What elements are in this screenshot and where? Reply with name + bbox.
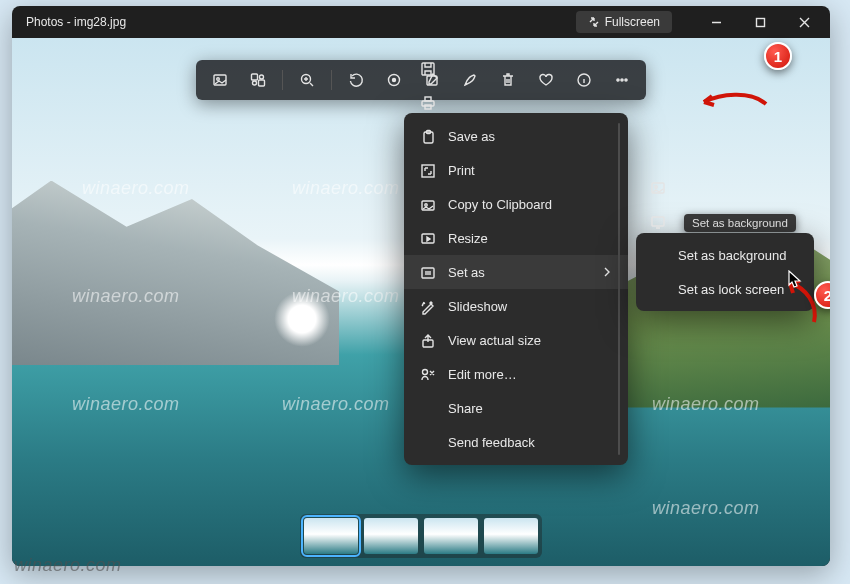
content-area: winaero.com winaero.com winaero.com wina… [12,38,830,566]
thumbnail[interactable] [484,518,538,554]
menu-save-as[interactable]: Save as [404,119,628,153]
svg-rect-21 [422,165,434,177]
feedback-icon [420,434,436,450]
menu-share[interactable]: Share [404,391,628,425]
menu-item-label: Save as [448,129,495,144]
tooltip: Set as background [684,214,796,232]
close-button[interactable] [782,6,826,38]
lockscreen-icon [650,281,666,297]
menu-set-as[interactable]: Set as [404,255,628,289]
menu-item-label: Set as [448,265,485,280]
svg-rect-30 [652,217,664,226]
menu-actual-size[interactable]: View actual size [404,323,628,357]
app-title: Photos - img28.jpg [26,15,126,29]
filmstrip [300,514,542,558]
delete-button[interactable] [490,62,526,98]
delete-icon [500,72,516,88]
svg-rect-15 [422,63,434,75]
svg-point-27 [423,370,428,375]
svg-point-6 [253,81,257,85]
minimize-button[interactable] [694,6,738,38]
svg-rect-17 [425,97,431,101]
zoom-in-button[interactable] [289,62,325,98]
markup-button[interactable] [452,62,488,98]
remix-button[interactable] [240,62,276,98]
context-menu: Save as Print Copy to Clipboard Resize S… [404,113,628,465]
svg-point-14 [625,79,627,81]
titlebar: Photos - img28.jpg Fullscreen [12,6,830,38]
remix-icon [250,72,266,88]
menu-item-label: Edit more… [448,367,517,382]
menu-copy-clipboard[interactable]: Copy to Clipboard [404,187,628,221]
more-button[interactable] [604,62,640,98]
svg-point-23 [425,204,427,206]
fullscreen-icon [588,16,600,28]
submenu-item-label: Set as background [678,248,786,263]
menu-item-label: Copy to Clipboard [448,197,552,212]
heart-icon [538,72,554,88]
close-icon [799,17,810,28]
svg-rect-18 [425,105,431,109]
thumbnail[interactable] [364,518,418,554]
menu-item-label: Resize [448,231,488,246]
app-window: Photos - img28.jpg Fullscreen winaero.co… [12,6,830,566]
menu-item-label: Send feedback [448,435,535,450]
minimize-icon [711,17,722,28]
menu-edit-more[interactable]: Edit more… [404,357,628,391]
more-icon [614,72,630,88]
zoom-in-icon [299,72,315,88]
fullscreen-button[interactable]: Fullscreen [576,11,672,33]
menu-item-label: Share [448,401,483,416]
svg-point-9 [393,79,396,82]
callout-1: 1 [764,42,792,70]
mouse-cursor-icon [788,270,802,290]
menu-feedback[interactable]: Send feedback [404,425,628,459]
svg-rect-3 [252,74,258,80]
image-icon [212,72,228,88]
menu-item-label: Print [448,163,475,178]
maximize-icon [755,17,766,28]
menu-resize[interactable]: Resize [404,221,628,255]
image-button[interactable] [202,62,238,98]
submenu-item-label: Set as lock screen [678,282,784,297]
maximize-button[interactable] [738,6,782,38]
svg-point-12 [617,79,619,81]
menu-slideshow[interactable]: Slideshow [404,289,628,323]
svg-rect-4 [259,80,265,86]
callout-arrow-1 [700,92,768,110]
markup-icon [462,72,478,88]
chevron-right-icon [602,265,612,280]
thumbnail[interactable] [304,518,358,554]
info-button[interactable] [566,62,602,98]
crop-icon [386,72,402,88]
favorite-button[interactable] [528,62,564,98]
fullscreen-label: Fullscreen [605,15,660,29]
rotate-icon [348,72,364,88]
menu-item-label: Slideshow [448,299,507,314]
svg-point-5 [260,75,264,79]
svg-point-13 [621,79,623,81]
menu-item-label: View actual size [448,333,541,348]
rotate-button[interactable] [338,62,374,98]
thumbnail[interactable] [424,518,478,554]
svg-rect-0 [756,18,764,26]
info-icon [576,72,592,88]
svg-point-29 [655,186,657,188]
menu-print[interactable]: Print [404,153,628,187]
svg-point-2 [217,78,220,81]
crop-button[interactable] [376,62,412,98]
